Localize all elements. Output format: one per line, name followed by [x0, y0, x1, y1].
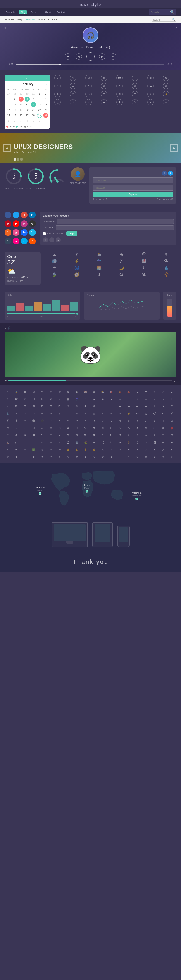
library-icon[interactable]: ⚂ [30, 403, 37, 409]
twitter-social-icon[interactable]: t [13, 212, 19, 218]
library-icon[interactable]: ⛧ [151, 432, 158, 438]
library-icon[interactable]: ⛯ [48, 439, 54, 445]
cal-day[interactable]: 11 [12, 102, 17, 107]
library-icon[interactable]: ⛍ [117, 425, 123, 431]
banner-dot-1[interactable] [14, 158, 16, 161]
library-icon[interactable]: ⛁ [30, 425, 37, 431]
cal-day[interactable]: 1 [6, 118, 11, 123]
banner-next-button[interactable]: ▶ [170, 145, 178, 152]
library-icon[interactable]: ⛖ [13, 432, 19, 438]
library-icon[interactable]: ✪ [143, 454, 149, 460]
facebook-social-icon[interactable]: f [5, 212, 11, 218]
cal-day[interactable]: 17 [6, 107, 11, 113]
library-icon[interactable]: ✥ [108, 454, 114, 460]
library-icon[interactable]: ☐ [30, 396, 37, 402]
library-icon[interactable]: ⚦ [169, 410, 175, 417]
library-icon[interactable]: ☓ [56, 396, 62, 402]
library-icon[interactable]: ⚢ [134, 410, 141, 417]
cal-day[interactable]: 30 [25, 91, 30, 96]
library-icon[interactable]: ⚣ [143, 410, 149, 417]
library-icon[interactable]: ☃ [151, 389, 158, 395]
library-icon[interactable]: ⛽ [108, 389, 114, 395]
library-icon[interactable]: ☆ [5, 396, 11, 402]
library-icon[interactable]: ⚈ [82, 403, 89, 409]
media-fullscreen-button[interactable]: ⛶ [174, 379, 176, 382]
library-icon[interactable]: ⛱ [65, 439, 71, 445]
library-icon[interactable]: ♮ [169, 396, 175, 402]
account-password-input[interactable] [56, 225, 174, 230]
cal-day[interactable]: 12 [19, 102, 24, 107]
library-icon[interactable]: ✖ [151, 447, 158, 453]
password-input[interactable] [93, 185, 173, 191]
library-icon[interactable]: ⛀ [22, 425, 28, 431]
library-icon[interactable]: ⛗ [22, 432, 28, 438]
linkedin-social-icon[interactable]: in [29, 212, 36, 218]
icon-item[interactable]: ⊘ [101, 83, 107, 89]
library-icon[interactable]: ⛿ [160, 439, 167, 445]
library-icon[interactable]: ♦ [117, 396, 123, 402]
cal-day-selected2[interactable]: 14 [31, 102, 36, 107]
library-icon[interactable]: ⚶ [134, 418, 141, 424]
library-icon[interactable]: ✐ [108, 447, 114, 453]
library-icon[interactable]: ⚀ [13, 403, 19, 409]
signin-button[interactable]: Sign In [93, 192, 173, 197]
library-icon[interactable]: ⛫ [13, 439, 19, 445]
banner-prev-button[interactable]: ◀ [3, 145, 11, 152]
library-icon[interactable]: ⚖ [30, 410, 37, 417]
library-icon[interactable]: ✘ [169, 447, 175, 453]
library-icon[interactable]: ✣ [91, 454, 97, 460]
link-icon[interactable]: 🔗 [6, 326, 10, 330]
library-icon[interactable]: ✉ [56, 447, 62, 453]
icon-item[interactable]: ✂ [85, 91, 91, 97]
library-icon[interactable]: ✟ [56, 454, 62, 460]
library-icon[interactable]: ♭ [160, 396, 167, 402]
library-icon[interactable]: ⛻ [134, 439, 141, 445]
library-icon[interactable]: ☖ [82, 396, 89, 402]
cal-day[interactable]: 4 [25, 118, 30, 123]
library-icon[interactable]: ✞ [48, 454, 54, 460]
library-icon[interactable]: ⛈ [74, 425, 80, 431]
library-icon[interactable]: ⚳ [108, 418, 114, 424]
library-icon[interactable]: ⛠ [99, 432, 106, 438]
vimeo-social-icon[interactable]: V [29, 229, 36, 236]
instagram-social-icon[interactable]: ◎ [21, 220, 27, 227]
cal-day[interactable]: 20 [25, 107, 30, 113]
username-input[interactable] [93, 177, 173, 183]
library-icon[interactable]: ⚻ [5, 425, 11, 431]
library-icon[interactable]: ⛊ [91, 425, 97, 431]
library-icon[interactable]: ✒ [126, 447, 132, 453]
library-icon[interactable]: ⛘ [30, 432, 37, 438]
library-icon[interactable]: ⛙ [39, 432, 45, 438]
icon-item[interactable]: ☀ [147, 91, 154, 97]
cal-day[interactable]: 24 [6, 113, 11, 118]
library-icon[interactable]: ⚆ [65, 403, 71, 409]
icon-item[interactable]: ↻ [163, 75, 169, 81]
library-icon[interactable]: ✀ [169, 439, 175, 445]
icon-item[interactable]: △ [54, 99, 61, 105]
library-icon[interactable]: ✝ [39, 454, 45, 460]
library-icon[interactable]: ⚼ [13, 425, 19, 431]
library-icon[interactable]: ✚ [13, 454, 19, 460]
library-icon[interactable]: ⚥ [160, 410, 167, 417]
icon-item[interactable]: ⊠ [116, 91, 123, 97]
library-icon[interactable]: ⚎ [134, 403, 141, 409]
library-icon[interactable]: ⚝ [91, 410, 97, 417]
library-icon[interactable]: ♣ [99, 396, 106, 402]
library-icon[interactable]: ⚚ [65, 410, 71, 417]
library-icon[interactable]: ☁ [134, 389, 141, 395]
remember-checkbox[interactable] [43, 232, 46, 235]
cal-day[interactable]: 31 [31, 91, 36, 96]
library-icon[interactable]: ⌂ [5, 389, 11, 395]
library-icon[interactable]: ⛥ [134, 432, 141, 438]
account-g-icon[interactable]: g [56, 237, 61, 242]
library-icon[interactable]: ✂ [48, 389, 54, 395]
library-icon[interactable]: ⚒ [169, 403, 175, 409]
library-icon[interactable]: ✫ [151, 454, 158, 460]
library-icon[interactable]: ✌ [82, 447, 89, 453]
library-icon[interactable]: ⛏ [126, 425, 132, 431]
library-icon[interactable]: ⚭ [56, 418, 62, 424]
library-icon[interactable]: ⚕ [22, 410, 28, 417]
library-icon[interactable]: ⚓ [5, 410, 11, 417]
library-icon[interactable]: ⌚ [22, 389, 28, 395]
top-nav-search[interactable]: 🔍 [149, 9, 176, 15]
